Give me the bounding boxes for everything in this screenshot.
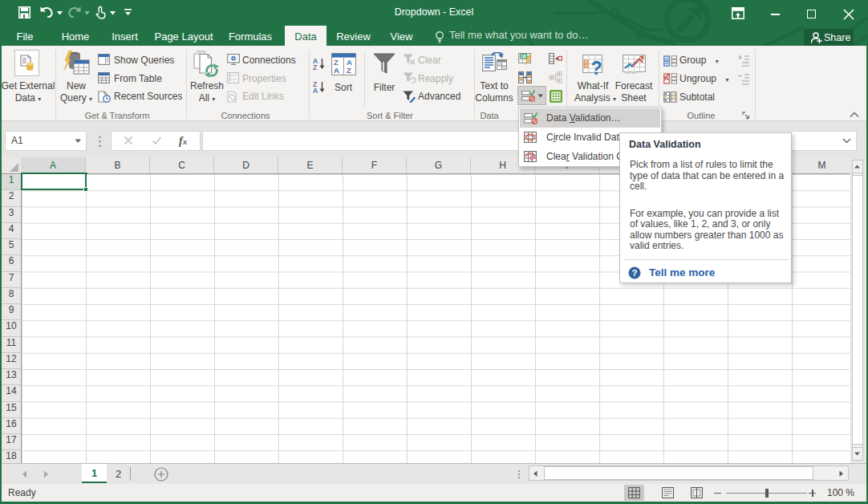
- svg-text:?: ?: [591, 58, 602, 77]
- svg-text:Z: Z: [347, 66, 351, 75]
- svg-text:Z: Z: [313, 63, 317, 70]
- svg-text:A: A: [334, 66, 339, 75]
- svg-text:A: A: [313, 87, 318, 93]
- svg-text:?: ?: [631, 268, 637, 278]
